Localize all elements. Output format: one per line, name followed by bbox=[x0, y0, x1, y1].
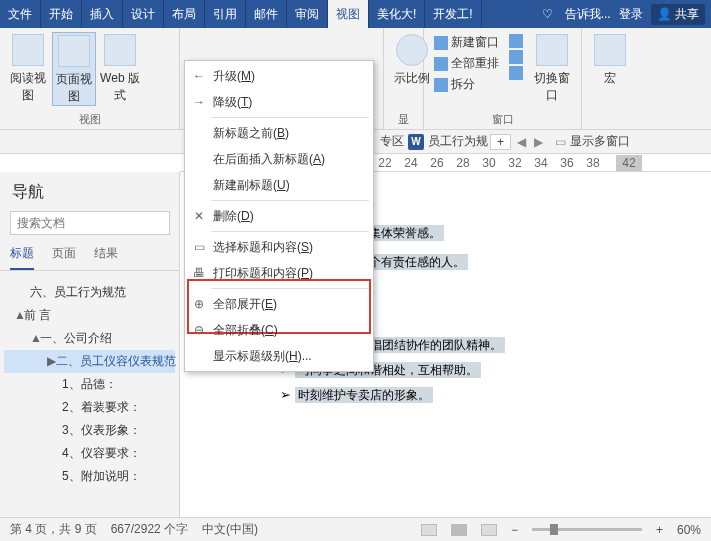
read-mode-icon[interactable] bbox=[421, 524, 437, 536]
tree-node-selected[interactable]: ▶二、员工仪容仪表规范 bbox=[4, 350, 175, 373]
zoom-in-button[interactable]: + bbox=[656, 523, 663, 537]
menu-select-heading-content[interactable]: ▭选择标题和内容(S) bbox=[185, 234, 373, 260]
ribbon: 阅读视图 页面视图 Web 版式 视图 示比例 显 新建窗口 全部重排 拆分 切… bbox=[0, 28, 711, 130]
tree-node[interactable]: 5、附加说明： bbox=[4, 465, 175, 488]
zoom-level[interactable]: 60% bbox=[677, 523, 701, 537]
group-label-views: 视图 bbox=[6, 112, 173, 127]
print-layout-button[interactable]: 页面视图 bbox=[52, 32, 96, 106]
tab-mailings[interactable]: 邮件 bbox=[246, 0, 287, 28]
menu-promote[interactable]: ←升级(M) bbox=[185, 63, 373, 89]
add-tab-button[interactable]: + bbox=[490, 134, 511, 150]
web-layout-button[interactable]: Web 版式 bbox=[98, 32, 142, 106]
group-label-zoom: 显 bbox=[390, 112, 417, 127]
menu-new-subheading[interactable]: 新建副标题(U) bbox=[185, 172, 373, 198]
new-window-icon bbox=[434, 36, 448, 50]
chevron-right-icon[interactable]: ▶ bbox=[530, 135, 547, 149]
share-icon: 👤 bbox=[657, 7, 672, 21]
tab-design[interactable]: 设计 bbox=[123, 0, 164, 28]
tab-developer[interactable]: 开发工! bbox=[425, 0, 481, 28]
web-layout-icon[interactable] bbox=[481, 524, 497, 536]
tab-references[interactable]: 引用 bbox=[205, 0, 246, 28]
tree-node[interactable]: ▲一、公司介绍 bbox=[4, 327, 175, 350]
nav-tab-results[interactable]: 结果 bbox=[94, 245, 118, 270]
collapse-icon: ⊖ bbox=[191, 322, 207, 338]
tab-home[interactable]: 开始 bbox=[41, 0, 82, 28]
tab-review[interactable]: 审阅 bbox=[287, 0, 328, 28]
print-layout-icon[interactable] bbox=[451, 524, 467, 536]
status-page[interactable]: 第 4 页，共 9 页 bbox=[10, 521, 97, 538]
navigation-pane: 导航 标题 页面 结果 六、员工行为规范 ▲前 言 ▲一、公司介绍 ▶二、员工仪… bbox=[0, 172, 180, 517]
show-multi-window[interactable]: 显示多窗口 bbox=[570, 133, 630, 150]
caret-down-icon: ▲ bbox=[30, 331, 40, 345]
tab-layout[interactable]: 布局 bbox=[164, 0, 205, 28]
menu-expand-all[interactable]: ⊕全部展开(E) bbox=[185, 291, 373, 317]
arrow-left-icon: ← bbox=[191, 68, 207, 84]
split-icon bbox=[434, 78, 448, 92]
tree-node[interactable]: ▲前 言 bbox=[4, 304, 175, 327]
read-mode-button[interactable]: 阅读视图 bbox=[6, 32, 50, 106]
nav-tabs: 标题 页面 结果 bbox=[0, 245, 179, 271]
zoom-slider[interactable] bbox=[532, 528, 642, 531]
menu-insert-heading-after[interactable]: 在后面插入新标题(A) bbox=[185, 146, 373, 172]
caret-right-icon: ▶ bbox=[46, 354, 56, 368]
breadcrumb-doc[interactable]: 员工行为规 bbox=[428, 133, 488, 150]
tree-node[interactable]: 六、员工行为规范 bbox=[4, 281, 175, 304]
new-window-button[interactable]: 新建窗口 bbox=[430, 32, 503, 53]
tab-beautify[interactable]: 美化大! bbox=[369, 0, 425, 28]
window-icon bbox=[509, 34, 523, 48]
menu-delete[interactable]: ✕删除(D) bbox=[185, 203, 373, 229]
context-menu: ←升级(M) →降级(T) 新标题之前(B) 在后面插入新标题(A) 新建副标题… bbox=[184, 60, 374, 372]
nav-tree: 六、员工行为规范 ▲前 言 ▲一、公司介绍 ▶二、员工仪容仪表规范 1、品德： … bbox=[0, 271, 179, 498]
select-icon: ▭ bbox=[191, 239, 207, 255]
menu-print-heading-content[interactable]: 🖶打印标题和内容(P) bbox=[185, 260, 373, 286]
menu-new-heading-before[interactable]: 新标题之前(B) bbox=[185, 120, 373, 146]
group-label-window: 窗口 bbox=[430, 112, 575, 127]
tree-node[interactable]: 2、着装要求： bbox=[4, 396, 175, 419]
print-icon: 🖶 bbox=[191, 265, 207, 281]
menu-collapse-all[interactable]: ⊖全部折叠(C) bbox=[185, 317, 373, 343]
login-link[interactable]: 登录 bbox=[619, 6, 643, 23]
tell-me[interactable]: 告诉我... bbox=[565, 6, 611, 23]
arrange-icon bbox=[434, 57, 448, 71]
word-icon: W bbox=[408, 134, 424, 150]
tree-node[interactable]: 3、仪表形象： bbox=[4, 419, 175, 442]
arrow-right-icon: → bbox=[191, 94, 207, 110]
status-bar: 第 4 页，共 9 页 667/2922 个字 中文(中国) − + 60% bbox=[0, 517, 711, 541]
tree-node[interactable]: 1、品德： bbox=[4, 373, 175, 396]
macros-button[interactable]: 宏 bbox=[588, 32, 632, 87]
nav-tab-pages[interactable]: 页面 bbox=[52, 245, 76, 270]
tab-file[interactable]: 文件 bbox=[0, 0, 41, 28]
status-language[interactable]: 中文(中国) bbox=[202, 521, 258, 538]
arrange-all-button[interactable]: 全部重排 bbox=[430, 53, 503, 74]
tree-node[interactable]: 4、仪容要求： bbox=[4, 442, 175, 465]
expand-icon: ⊕ bbox=[191, 296, 207, 312]
caret-down-icon: ▲ bbox=[14, 308, 24, 322]
menu-show-heading-levels[interactable]: 显示标题级别(H)... bbox=[185, 343, 373, 369]
nav-tab-headings[interactable]: 标题 bbox=[10, 245, 34, 270]
tab-insert[interactable]: 插入 bbox=[82, 0, 123, 28]
tab-view[interactable]: 视图 bbox=[328, 0, 369, 28]
tab-bar: 文件 开始 插入 设计 布局 引用 邮件 审阅 视图 美化大! 开发工! ♡ 告… bbox=[0, 0, 711, 28]
share-button[interactable]: 👤 共享 bbox=[651, 4, 705, 25]
lightbulb-icon: ♡ bbox=[542, 7, 553, 21]
switch-windows-button[interactable]: 切换窗口 bbox=[529, 32, 575, 104]
nav-title: 导航 bbox=[0, 172, 179, 211]
status-word-count[interactable]: 667/2922 个字 bbox=[111, 521, 188, 538]
delete-icon: ✕ bbox=[191, 208, 207, 224]
breadcrumb-zone[interactable]: 专区 bbox=[380, 133, 404, 150]
window-icon bbox=[509, 66, 523, 80]
search-input[interactable] bbox=[10, 211, 170, 235]
ruler-cursor: 42 bbox=[616, 155, 642, 171]
doc-bullet: 时刻维护专卖店的形象。 bbox=[295, 387, 433, 403]
slider-thumb[interactable] bbox=[550, 524, 558, 535]
menu-demote[interactable]: →降级(T) bbox=[185, 89, 373, 115]
zoom-out-button[interactable]: − bbox=[511, 523, 518, 537]
window-icon bbox=[509, 50, 523, 64]
split-button[interactable]: 拆分 bbox=[430, 74, 503, 95]
chevron-left-icon[interactable]: ◀ bbox=[513, 135, 530, 149]
multi-window-icon: ▭ bbox=[555, 135, 566, 149]
